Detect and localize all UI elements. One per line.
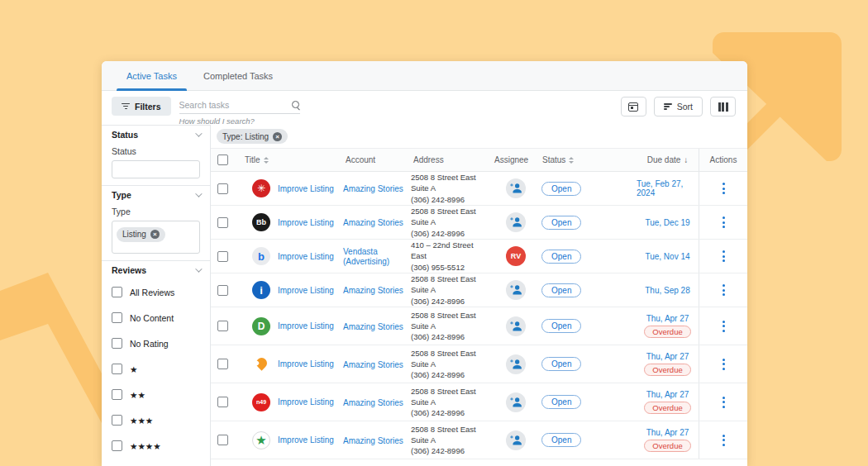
assignee-avatar[interactable] <box>506 280 526 300</box>
address-line-1: 410 – 22nd Street East <box>411 240 487 262</box>
tasks-table-area: Type: Listing × Title Account Address As… <box>211 125 747 466</box>
row-actions-menu-icon[interactable] <box>719 247 728 265</box>
status-badge[interactable]: Open <box>541 182 581 196</box>
status-badge[interactable]: Open <box>541 395 581 409</box>
status-badge[interactable]: Open <box>541 250 581 264</box>
task-title-link[interactable]: Improve Listing <box>278 321 334 330</box>
select-all-checkbox[interactable] <box>217 155 228 165</box>
calendar-button[interactable] <box>621 97 646 116</box>
filters-button[interactable]: Filters <box>112 97 171 116</box>
due-date: Thu, Apr 27 <box>646 314 689 323</box>
column-header-status[interactable]: Status <box>540 155 637 164</box>
overdue-badge: Overdue <box>644 364 690 376</box>
address-line-1: 2508 8 Street East Suite A <box>411 172 487 194</box>
chevron-down-icon <box>195 265 202 272</box>
review-filter-checkbox[interactable] <box>112 364 122 374</box>
review-filter-item: ★★ <box>102 382 210 407</box>
column-header-address[interactable]: Address <box>411 155 492 164</box>
column-header-title[interactable]: Title <box>241 155 343 164</box>
status-badge[interactable]: Open <box>541 433 581 447</box>
status-section-title: Status <box>112 130 138 140</box>
row-checkbox[interactable] <box>217 217 228 228</box>
row-checkbox[interactable] <box>217 435 228 445</box>
columns-button[interactable] <box>710 97 736 116</box>
review-filter-checkbox[interactable] <box>112 312 122 323</box>
account-link[interactable]: Amazing Stories <box>343 360 403 369</box>
row-checkbox[interactable] <box>217 285 228 296</box>
status-field-label: Status <box>112 146 200 156</box>
row-actions-menu-icon[interactable] <box>719 281 728 299</box>
task-title-link[interactable]: Improve Listing <box>278 218 334 227</box>
column-header-account[interactable]: Account <box>343 155 411 164</box>
review-filter-item: ★★★ <box>102 407 210 433</box>
account-link[interactable]: Amazing Stories <box>343 398 403 407</box>
row-actions-menu-icon[interactable] <box>719 179 728 197</box>
row-checkbox[interactable] <box>217 359 228 369</box>
tab-completed-tasks[interactable]: Completed Tasks <box>190 61 286 90</box>
row-checkbox[interactable] <box>217 397 228 407</box>
tab-active-tasks[interactable]: Active Tasks <box>113 61 190 90</box>
review-filter-label: ★★★★ <box>130 441 161 451</box>
review-filter-checkbox[interactable] <box>112 415 122 426</box>
remove-chip-icon[interactable]: × <box>150 230 160 239</box>
sort-button[interactable]: Sort <box>654 97 703 116</box>
status-badge[interactable]: Open <box>541 283 581 297</box>
address-line-2: (306) 242-8996 <box>411 228 487 239</box>
status-badge[interactable]: Open <box>541 357 581 371</box>
table-row: ✳ Improve Listing Amazing Stories 2508 8… <box>211 172 747 206</box>
account-link[interactable]: Amazing Stories <box>343 436 403 445</box>
account-link[interactable]: Amazing Stories <box>343 218 403 227</box>
yelp-icon: ✳ <box>252 179 270 197</box>
row-checkbox[interactable] <box>217 183 228 194</box>
assignee-avatar[interactable] <box>506 178 526 198</box>
map-pin-icon <box>252 355 270 373</box>
review-filter-label: No Content <box>130 313 174 323</box>
table-row: n49 Improve Listing Amazing Stories 2508… <box>211 383 747 421</box>
assignee-avatar[interactable] <box>506 392 526 412</box>
row-actions-menu-icon[interactable] <box>719 431 728 449</box>
task-title-link[interactable]: Improve Listing <box>278 359 334 369</box>
remove-filter-icon[interactable]: × <box>273 132 282 141</box>
task-title-link[interactable]: Improve Listing <box>278 435 334 445</box>
row-actions-menu-icon[interactable] <box>719 393 728 411</box>
search-input[interactable] <box>179 100 291 110</box>
review-filter-item: All Reviews <box>102 279 210 305</box>
assignee-avatar[interactable] <box>506 212 526 232</box>
account-link[interactable]: Amazing Stories <box>343 322 403 331</box>
account-link[interactable]: Amazing Stories <box>343 184 403 193</box>
assignee-avatar[interactable] <box>506 354 526 374</box>
task-title-link[interactable]: Improve Listing <box>278 286 334 295</box>
row-actions-menu-icon[interactable] <box>719 213 728 231</box>
review-filter-checkbox[interactable] <box>112 389 122 400</box>
reviews-section-header[interactable]: Reviews <box>102 261 210 279</box>
column-header-assignee[interactable]: Assignee <box>492 155 540 164</box>
assignee-avatar[interactable] <box>506 430 526 450</box>
review-filter-checkbox[interactable] <box>112 338 122 349</box>
assignee-avatar[interactable] <box>506 316 526 336</box>
status-badge[interactable]: Open <box>541 319 581 333</box>
review-filter-item: No Rating <box>102 330 210 356</box>
row-checkbox[interactable] <box>217 251 228 262</box>
address-cell: 2508 8 Street East Suite A (306) 242-899… <box>411 424 492 457</box>
type-section-header[interactable]: Type <box>102 186 210 204</box>
account-link[interactable]: Amazing Stories <box>343 286 403 295</box>
column-header-due-date[interactable]: Due date ↓ <box>637 155 699 164</box>
status-section-header[interactable]: Status <box>102 126 210 144</box>
review-filter-checkbox[interactable] <box>112 440 122 451</box>
search-icon[interactable] <box>291 100 301 110</box>
row-actions-menu-icon[interactable] <box>719 317 728 335</box>
review-filter-label: All Reviews <box>130 288 174 297</box>
status-badge[interactable]: Open <box>541 216 581 230</box>
task-title-link[interactable]: Improve Listing <box>278 184 334 193</box>
type-chip-box[interactable]: Listing × <box>112 221 200 254</box>
task-title-link[interactable]: Improve Listing <box>278 397 334 407</box>
row-actions-menu-icon[interactable] <box>719 355 728 373</box>
task-title-link[interactable]: Improve Listing <box>278 252 334 261</box>
status-input[interactable] <box>112 160 200 178</box>
sort-desc-icon: ↓ <box>684 155 688 164</box>
account-link[interactable]: Vendasta (Advertising) <box>343 247 389 266</box>
review-filter-checkbox[interactable] <box>112 287 122 297</box>
assignee-avatar[interactable]: RV <box>506 246 526 266</box>
row-checkbox[interactable] <box>217 321 228 331</box>
type-section-title: Type <box>112 190 131 200</box>
